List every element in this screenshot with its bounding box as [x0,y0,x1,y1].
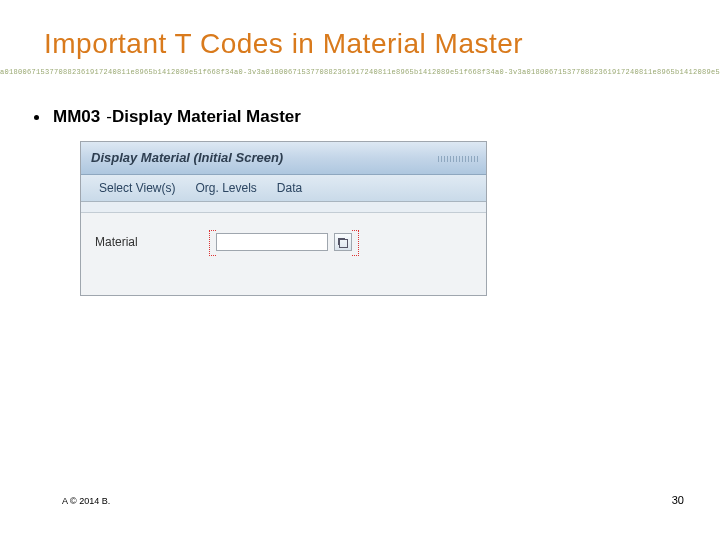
sap-window-title: Display Material (Initial Screen) [91,150,283,165]
required-bracket-left-icon [209,230,216,256]
search-help-icon [339,239,348,248]
decorative-ribbon: a0180067153770882361917240811e8965b14120… [0,68,720,77]
required-bracket-right-icon [352,230,359,256]
menu-select-views[interactable]: Select View(s) [89,181,185,195]
sap-window: Display Material (Initial Screen) Select… [80,141,487,296]
bullet-mm03: MM03 - Display Material Master [0,77,720,127]
material-field-wrap [216,233,352,251]
slide-title: Important T Codes in Material Master [0,0,720,68]
material-input[interactable] [216,233,328,251]
titlebar-grip-icon [438,156,478,162]
sap-menu-bar: Select View(s) Org. Levels Data [81,175,486,202]
bullet-dot-icon [34,115,39,120]
menu-org-levels[interactable]: Org. Levels [185,181,266,195]
sap-toolbar [81,202,486,213]
sap-body: Material [81,213,486,295]
menu-data[interactable]: Data [267,181,312,195]
material-label: Material [95,235,138,249]
bullet-desc: Display Material Master [112,107,301,127]
page-number: 30 [672,494,684,506]
copyright: A © 2014 B. [62,496,110,506]
bullet-tcode: MM03 [53,107,100,127]
sap-titlebar: Display Material (Initial Screen) [81,142,486,175]
search-help-button[interactable] [334,233,352,251]
